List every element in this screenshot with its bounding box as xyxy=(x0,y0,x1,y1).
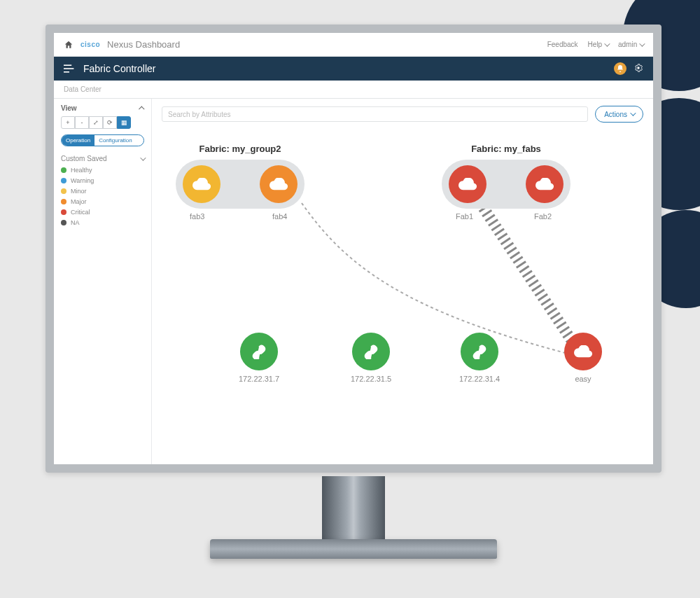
node-label: easy xyxy=(575,375,591,383)
legend-dot xyxy=(61,167,66,173)
node-label: 172.22.31.7 xyxy=(239,375,279,383)
cloud-icon xyxy=(270,178,288,190)
svg-rect-0 xyxy=(64,64,71,66)
node-easy[interactable]: easy xyxy=(564,333,602,383)
legend-item: Warning xyxy=(61,177,144,184)
content-toolbar: Search by Attributes Actions xyxy=(162,106,643,123)
zoom-out-button[interactable]: - xyxy=(75,116,89,129)
content-area: Search by Attributes Actions Fabric: my_… xyxy=(152,99,653,464)
user-menu[interactable]: admin xyxy=(618,41,643,48)
menu-icon[interactable] xyxy=(64,64,75,74)
mode-toggle: Operation Configuration xyxy=(61,134,144,146)
legend-label: Warning xyxy=(71,177,94,184)
chevron-down-icon[interactable] xyxy=(140,155,146,160)
search-input[interactable]: Search by Attributes xyxy=(162,106,588,122)
link-icon xyxy=(472,344,487,359)
node-label: fab4 xyxy=(272,212,287,221)
breadcrumb: Data Center xyxy=(54,81,653,99)
grid-button[interactable]: ▦ xyxy=(117,116,131,129)
legend-label: Minor xyxy=(71,188,87,195)
node-fab3[interactable] xyxy=(183,165,220,203)
operation-toggle[interactable]: Operation xyxy=(62,135,94,146)
cloud-icon xyxy=(536,178,554,190)
legend-dot xyxy=(61,209,66,215)
zoom-in-button[interactable]: + xyxy=(61,116,75,129)
app-title: Nexus Dashboard xyxy=(107,39,180,50)
legend-dot xyxy=(61,220,66,225)
fabric-group-label: Fabric: my_fabs xyxy=(442,144,570,154)
chevron-down-icon xyxy=(630,110,636,116)
node-label: Fab1 xyxy=(456,212,473,221)
node-label: Fab2 xyxy=(534,212,552,221)
configuration-toggle[interactable]: Configuration xyxy=(94,135,136,146)
legend-dot xyxy=(61,199,66,204)
legend-title: Custom Saved xyxy=(61,155,144,162)
node-fab2[interactable] xyxy=(526,165,564,203)
legend-title-text: Custom Saved xyxy=(61,155,107,162)
bell-icon[interactable] xyxy=(614,62,626,75)
monitor-stand-neck xyxy=(322,476,385,539)
node-fab4[interactable] xyxy=(260,165,298,203)
main-area: View + - ⤢ ⟳ ▦ Operation Configuration C… xyxy=(54,99,653,464)
fabric-group-2: Fabric: my_fabs xyxy=(442,144,570,209)
collapse-icon[interactable] xyxy=(139,106,144,111)
actions-button[interactable]: Actions xyxy=(595,106,643,123)
fabric-group-label: Fabric: my_group2 xyxy=(176,144,304,154)
node-fab1[interactable] xyxy=(449,165,486,203)
monitor-stand-base xyxy=(210,539,497,559)
top-header-right: Feedback Help admin xyxy=(547,41,643,48)
sub-header: Fabric Controller xyxy=(54,57,653,81)
brand-logo: cisco xyxy=(80,41,100,48)
cloud-icon xyxy=(458,178,477,190)
link-icon xyxy=(363,344,379,359)
legend-label: Critical xyxy=(71,209,90,216)
sub-header-title: Fabric Controller xyxy=(83,63,155,74)
legend-list: HealthyWarningMinorMajorCriticalNA xyxy=(61,167,144,226)
home-icon[interactable] xyxy=(64,40,74,50)
legend-label: Healthy xyxy=(71,167,92,174)
link-icon xyxy=(251,344,267,359)
cloud-icon xyxy=(574,345,592,358)
actions-label: Actions xyxy=(604,111,627,118)
sub-header-right xyxy=(614,62,643,75)
svg-rect-1 xyxy=(64,68,74,69)
legend-label: NA xyxy=(71,219,80,226)
svg-rect-2 xyxy=(64,71,69,73)
legend-item: Healthy xyxy=(61,167,144,174)
node-ip1[interactable]: 172.22.31.7 xyxy=(239,333,279,383)
search-placeholder: Search by Attributes xyxy=(168,111,231,118)
legend-label: Major xyxy=(71,198,87,205)
refresh-button[interactable]: ⟳ xyxy=(103,116,117,129)
node-ip3[interactable]: 172.22.31.4 xyxy=(459,333,500,383)
legend-item: NA xyxy=(61,219,144,226)
svg-point-3 xyxy=(637,67,640,69)
help-link[interactable]: Help xyxy=(588,41,608,48)
legend-item: Major xyxy=(61,198,144,205)
legend-item: Critical xyxy=(61,209,144,216)
sidebar: View + - ⤢ ⟳ ▦ Operation Configuration C… xyxy=(54,99,152,464)
fabric-pill xyxy=(176,160,304,209)
fabric-pill xyxy=(442,160,570,209)
top-header: cisco Nexus Dashboard Feedback Help admi… xyxy=(54,33,653,57)
fit-button[interactable]: ⤢ xyxy=(89,116,103,129)
breadcrumb-item[interactable]: Data Center xyxy=(64,85,102,93)
topology-canvas[interactable]: Fabric: my_group2 fab3 fab4 Fabric: my_f… xyxy=(162,137,643,473)
node-ip2[interactable]: 172.22.31.5 xyxy=(351,333,391,383)
node-label: fab3 xyxy=(190,212,204,221)
cloud-icon xyxy=(192,178,211,190)
settings-icon[interactable] xyxy=(634,63,643,75)
view-label: View xyxy=(61,104,77,112)
node-label: 172.22.31.4 xyxy=(459,375,500,383)
monitor-frame: cisco Nexus Dashboard Feedback Help admi… xyxy=(46,25,662,473)
legend-dot xyxy=(61,178,66,183)
legend-item: Minor xyxy=(61,188,144,195)
view-section-title: View xyxy=(61,104,144,112)
legend-dot xyxy=(61,188,66,194)
fabric-group-1: Fabric: my_group2 xyxy=(176,144,304,209)
view-toolbar: + - ⤢ ⟳ ▦ xyxy=(61,116,144,129)
node-label: 172.22.31.5 xyxy=(351,375,391,383)
feedback-link[interactable]: Feedback xyxy=(547,41,578,48)
